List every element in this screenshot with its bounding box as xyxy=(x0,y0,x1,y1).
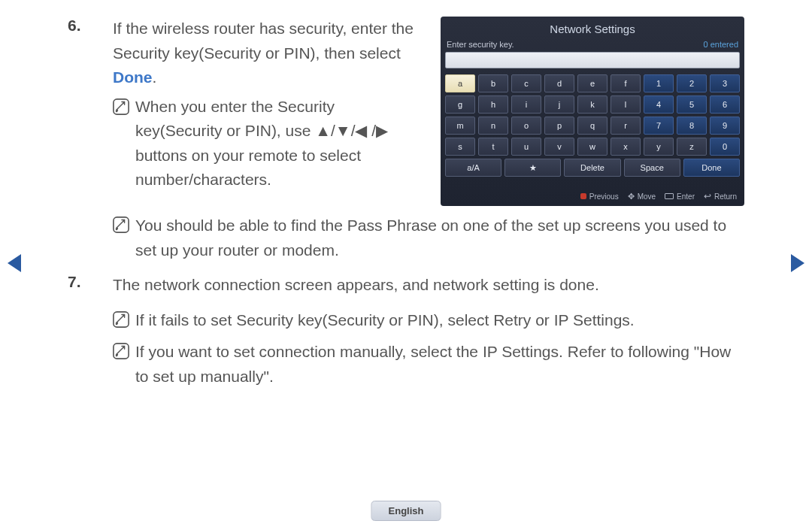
step-6-text-a: If the wireless router has security, ent… xyxy=(113,20,414,62)
key-d[interactable]: d xyxy=(544,74,574,92)
step-7: 7. The network connection screen appears… xyxy=(68,273,744,298)
move-icon: ✥ xyxy=(628,192,635,201)
step-6: 6. If the wireless router has security, … xyxy=(68,17,424,192)
key-b[interactable]: b xyxy=(478,74,508,92)
step-7-note-1: If it fails to set Security key(Security… xyxy=(113,308,744,333)
note-icon xyxy=(113,214,135,262)
step-6-note-1: When you enter the Security key(Security… xyxy=(113,95,424,192)
step-7-note-2-text: If you want to set connection manually, … xyxy=(135,340,744,389)
key-delete[interactable]: Delete xyxy=(564,159,620,177)
key-0[interactable]: 0 xyxy=(710,138,740,156)
key-o[interactable]: o xyxy=(511,117,541,135)
step-6-text-b: . xyxy=(153,68,157,86)
key-u[interactable]: u xyxy=(511,138,541,156)
key-9[interactable]: 9 xyxy=(710,117,740,135)
key-4[interactable]: 4 xyxy=(644,95,674,114)
key-e[interactable]: e xyxy=(577,74,607,92)
step-7-number: 7. xyxy=(68,273,113,298)
key-a[interactable]: a xyxy=(445,74,475,92)
language-pill: English xyxy=(371,501,441,521)
key-q[interactable]: q xyxy=(577,117,607,135)
key-s[interactable]: s xyxy=(445,138,475,156)
hint-return: Return xyxy=(714,192,737,201)
red-button-icon xyxy=(580,193,586,199)
key-z[interactable]: z xyxy=(677,138,707,156)
key-r[interactable]: r xyxy=(611,117,641,135)
key-done[interactable]: Done xyxy=(683,159,740,177)
key-[interactable]: ★ xyxy=(504,159,561,177)
osk-entered-count: 0 entered xyxy=(704,40,738,49)
ip-settings-keyword: IP Settings xyxy=(483,343,559,360)
key-w[interactable]: w xyxy=(577,138,607,156)
enter-icon xyxy=(665,193,674,199)
step-6-note-2-text: You should be able to find the Pass Phra… xyxy=(135,214,744,262)
note-icon xyxy=(113,95,135,192)
network-settings-panel: Network Settings Enter security key. 0 e… xyxy=(441,17,744,206)
svg-rect-3 xyxy=(114,344,129,359)
nav-prev-button[interactable] xyxy=(8,254,21,272)
osk-title: Network Settings xyxy=(445,21,740,40)
hint-move: Move xyxy=(638,192,656,201)
key-k[interactable]: k xyxy=(577,95,607,114)
step-7-note-2: If you want to set connection manually, … xyxy=(113,340,744,389)
key-c[interactable]: c xyxy=(511,74,541,92)
key-l[interactable]: l xyxy=(611,95,641,114)
key-space[interactable]: Space xyxy=(624,159,680,177)
key-x[interactable]: x xyxy=(611,138,641,156)
osk-prompt-label: Enter security key. xyxy=(447,40,514,49)
key-f[interactable]: f xyxy=(611,74,641,92)
key-n[interactable]: n xyxy=(478,117,508,135)
return-icon: ↩ xyxy=(704,191,711,201)
note-icon xyxy=(113,308,135,333)
key-h[interactable]: h xyxy=(478,95,508,114)
on-screen-keyboard: abcdef123 ghijkl456 mnopqr789 stuvwxyz0 … xyxy=(445,74,740,177)
svg-rect-2 xyxy=(114,312,129,327)
step-7-note-1-text: If it fails to set Security key(Security… xyxy=(135,308,744,333)
key-2[interactable]: 2 xyxy=(677,74,707,92)
key-y[interactable]: y xyxy=(644,138,674,156)
key-5[interactable]: 5 xyxy=(677,95,707,114)
step-6-note-2: You should be able to find the Pass Phra… xyxy=(113,214,744,262)
hint-previous: Previous xyxy=(589,192,619,201)
step-7-text: The network connection screen appears, a… xyxy=(113,273,744,298)
key-m[interactable]: m xyxy=(445,117,475,135)
key-1[interactable]: 1 xyxy=(644,74,674,92)
key-g[interactable]: g xyxy=(445,95,475,114)
key-i[interactable]: i xyxy=(511,95,541,114)
step-6-number: 6. xyxy=(68,17,113,192)
key-v[interactable]: v xyxy=(544,138,574,156)
ip-settings-keyword: IP Settings xyxy=(554,311,630,329)
done-keyword: Done xyxy=(113,68,153,86)
key-t[interactable]: t xyxy=(478,138,508,156)
svg-rect-0 xyxy=(114,99,129,114)
svg-rect-1 xyxy=(114,217,129,232)
nav-next-button[interactable] xyxy=(791,254,804,272)
osk-hint-bar: Previous ✥Move Enter ↩Return xyxy=(580,191,737,201)
key-6[interactable]: 6 xyxy=(710,95,740,114)
key-aa[interactable]: a/A xyxy=(445,159,501,177)
key-7[interactable]: 7 xyxy=(644,117,674,135)
step-6-text: If the wireless router has security, ent… xyxy=(113,17,424,192)
key-8[interactable]: 8 xyxy=(677,117,707,135)
key-j[interactable]: j xyxy=(544,95,574,114)
note-icon xyxy=(113,340,135,389)
step-6-note-1-text: When you enter the Security key(Security… xyxy=(135,95,424,192)
hint-enter: Enter xyxy=(677,192,695,201)
key-p[interactable]: p xyxy=(544,117,574,135)
security-key-input[interactable] xyxy=(445,52,740,68)
key-3[interactable]: 3 xyxy=(710,74,740,92)
retry-keyword: Retry xyxy=(493,311,531,329)
